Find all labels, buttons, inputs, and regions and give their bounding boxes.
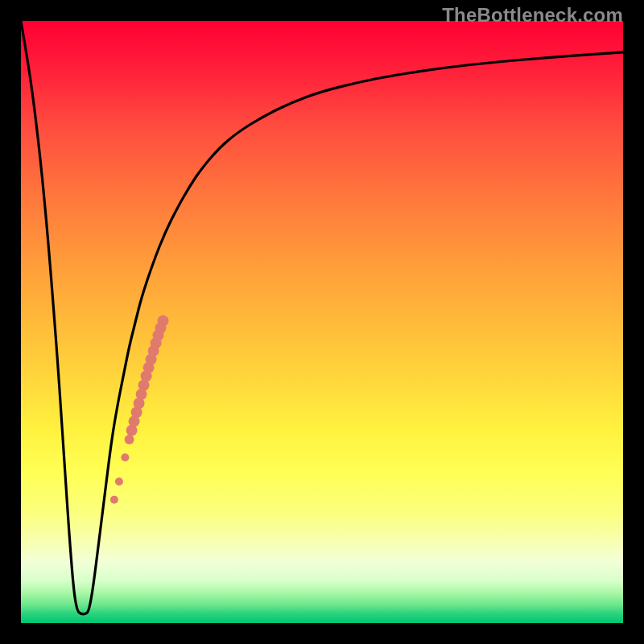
overlay-dot — [110, 496, 118, 504]
overlay-dot — [158, 316, 169, 327]
bottleneck-curve — [21, 21, 623, 614]
chart-frame: TheBottleneck.com — [0, 0, 644, 644]
overlay-dot — [125, 435, 134, 444]
overlay-dot — [121, 453, 129, 461]
curve-overlay — [0, 0, 644, 644]
overlay-dot — [115, 477, 123, 485]
